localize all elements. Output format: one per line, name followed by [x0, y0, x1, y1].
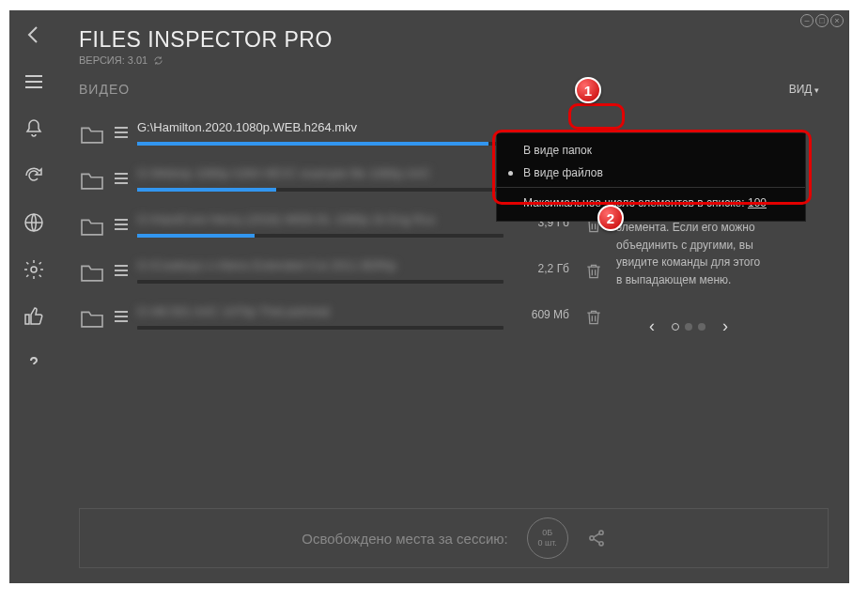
item-name: G:\Cowboys n Aliens Extended Cut 2011 BD…	[137, 258, 504, 272]
folder-icon[interactable]	[79, 216, 105, 237]
trash-icon[interactable]	[584, 262, 603, 281]
trash-icon[interactable]	[584, 308, 603, 327]
folder-icon[interactable]	[79, 262, 105, 283]
item-menu-button[interactable]	[115, 219, 128, 230]
pager-next[interactable]: ›	[722, 314, 728, 340]
badge-1: 1	[575, 77, 601, 103]
version-text: ВЕРСИЯ: 3.01	[79, 54, 147, 66]
folder-icon[interactable]	[79, 124, 105, 145]
dropdown-max-value: 100	[748, 196, 767, 209]
dropdown-max-row[interactable]: Максимальное число элементов в списке: 1…	[497, 191, 805, 215]
freed-count: 0 шт.	[538, 538, 557, 548]
pager-dot[interactable]	[672, 323, 679, 331]
folder-icon[interactable]	[79, 170, 105, 191]
item-name: G:\Webrip 1080p h264 HEVC example file 1…	[137, 166, 504, 180]
bell-icon[interactable]	[23, 117, 45, 140]
list-item: G:\Cowboys n Aliens Extended Cut 2011 BD…	[79, 251, 603, 297]
footer-label: Освобождено места за сессию:	[302, 531, 507, 547]
refresh-icon[interactable]	[23, 164, 45, 187]
pager-dot[interactable]	[698, 323, 705, 331]
progress-bar	[137, 142, 488, 146]
list-item: G:\48.501 AAC 1470p TheLastmeal 609 Мб	[79, 297, 603, 343]
item-name: G:\Hamilton.2020.1080p.WEB.h264.mkv	[137, 120, 504, 134]
menu-icon[interactable]	[23, 70, 45, 93]
pager-dot[interactable]	[685, 323, 692, 331]
item-name: G:\48.501 AAC 1470p TheLastmeal	[137, 304, 504, 318]
app-window: – □ × FILES INSPECTOR PRO ВЕРСИЯ: 3.01 В…	[9, 10, 849, 583]
dropdown-opt-files[interactable]: В виде файлов	[497, 162, 805, 184]
titlebar: FILES INSPECTOR PRO ВЕРСИЯ: 3.01	[58, 10, 849, 68]
freed-counter: 0Б 0 шт.	[527, 517, 568, 559]
thumbs-up-icon[interactable]	[23, 305, 45, 328]
gear-icon[interactable]	[23, 258, 45, 281]
tip-pager: ‹ ›	[616, 314, 761, 340]
item-menu-button[interactable]	[115, 173, 128, 184]
badge-2: 2	[597, 205, 624, 231]
main-area: FILES INSPECTOR PRO ВЕРСИЯ: 3.01 ВИДЕО В…	[58, 10, 849, 583]
progress-bar	[137, 234, 255, 238]
item-size: 609 Мб	[513, 308, 569, 321]
folder-icon[interactable]	[79, 308, 105, 329]
freed-bytes: 0Б	[542, 528, 552, 538]
app-version: ВЕРСИЯ: 3.01	[79, 54, 829, 66]
progress-bar	[137, 188, 276, 192]
globe-icon[interactable]	[23, 211, 45, 234]
section-header: ВИДЕО ВИД	[58, 68, 849, 107]
share-icon[interactable]	[587, 529, 606, 548]
item-menu-button[interactable]	[115, 127, 128, 138]
footer-bar: Освобождено места за сессию: 0Б 0 шт.	[79, 508, 829, 568]
help-icon[interactable]	[23, 352, 45, 375]
dropdown-max-label: Максимальное число элементов в списке:	[523, 196, 745, 209]
item-menu-button[interactable]	[115, 311, 128, 322]
svg-point-1	[31, 267, 37, 272]
dropdown-opt-folders[interactable]: В виде папок	[497, 139, 805, 162]
view-dropdown-menu: В виде папок В виде файлов Максимальное …	[496, 132, 806, 222]
pager-prev[interactable]: ‹	[649, 314, 655, 340]
back-icon[interactable]	[23, 23, 45, 46]
app-title: FILES INSPECTOR PRO	[79, 27, 829, 53]
item-name: G:\HardCore Henry (2016) WEB-DL 1080p 2k…	[137, 212, 504, 226]
sidebar	[9, 10, 58, 583]
section-label: ВИДЕО	[79, 82, 130, 97]
view-dropdown-button[interactable]: ВИД	[780, 79, 829, 100]
item-menu-button[interactable]	[115, 265, 128, 276]
sync-icon[interactable]	[153, 55, 163, 66]
item-size: 2,2 Гб	[513, 262, 569, 275]
